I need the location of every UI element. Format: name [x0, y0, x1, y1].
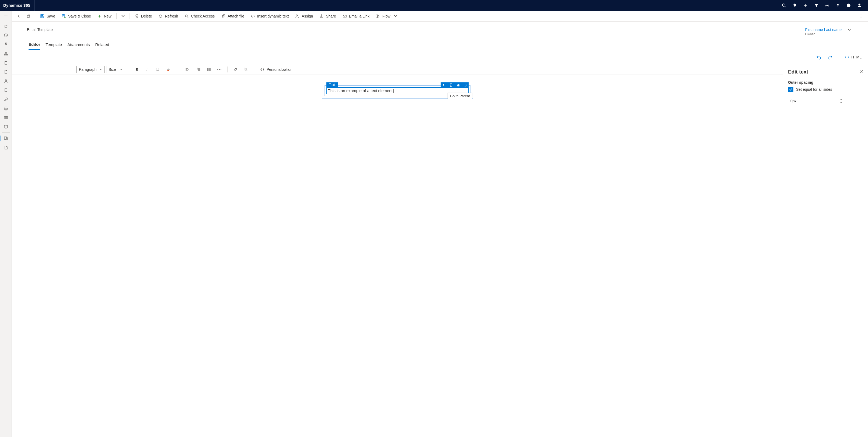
svg-point-10: [859, 4, 860, 5]
svg-rect-16: [4, 54, 5, 55]
size-select[interactable]: Size: [106, 66, 125, 73]
spacing-decrease-icon[interactable]: ▼: [840, 101, 842, 105]
svg-rect-30: [41, 14, 43, 15]
book-icon[interactable]: [0, 122, 12, 131]
svg-point-36: [185, 15, 187, 17]
html-view-button[interactable]: HTML: [843, 54, 863, 60]
set-equal-checkbox[interactable]: [788, 87, 794, 92]
back-button[interactable]: [14, 12, 23, 21]
sitemap-icon[interactable]: [0, 49, 12, 58]
panel-close-icon[interactable]: [859, 70, 863, 74]
properties-panel: Edit text Outer spacing Set equal for al…: [783, 64, 868, 437]
hamburger-icon[interactable]: [0, 12, 12, 22]
print-icon[interactable]: [0, 104, 12, 113]
bold-button[interactable]: B: [133, 66, 142, 73]
column-outline[interactable]: Text This is an example of a text elemen…: [324, 85, 470, 96]
email-link-button[interactable]: Email a Link: [340, 12, 372, 21]
wrench-icon[interactable]: [0, 95, 12, 104]
flow-button[interactable]: Flow: [373, 12, 401, 21]
more-commands-icon[interactable]: [857, 12, 865, 21]
tab-template[interactable]: Template: [45, 42, 62, 50]
text-content[interactable]: This is an example of a text element.: [328, 88, 394, 93]
clipboard-icon[interactable]: [0, 58, 12, 67]
tab-editor[interactable]: Editor: [29, 42, 40, 50]
help-icon[interactable]: [832, 0, 843, 11]
feedback-icon[interactable]: [843, 0, 854, 11]
refresh-button[interactable]: Refresh: [156, 12, 181, 21]
library-icon[interactable]: [0, 113, 12, 122]
element-toolbar: [441, 83, 469, 88]
bookmark-icon[interactable]: [0, 86, 12, 95]
svg-rect-47: [167, 70, 169, 71]
svg-point-20: [5, 80, 6, 81]
text-element[interactable]: Text This is an example of a text elemen…: [327, 87, 469, 94]
element-delete-icon[interactable]: [447, 83, 455, 88]
document-icon[interactable]: [0, 67, 12, 76]
check-access-button[interactable]: Check Access: [182, 12, 217, 21]
delete-button[interactable]: Delete: [132, 12, 155, 21]
home-icon[interactable]: [0, 22, 12, 31]
svg-rect-33: [63, 14, 64, 15]
underline-button[interactable]: U: [153, 66, 162, 73]
save-button[interactable]: Save: [37, 12, 58, 21]
section-outline[interactable]: Text This is an example of a text elemen…: [322, 83, 473, 98]
text-cursor: [394, 89, 394, 93]
page-nav-icon[interactable]: [0, 143, 12, 152]
tab-attachments[interactable]: Attachments: [67, 42, 90, 50]
owner-link[interactable]: First name Last name: [805, 28, 842, 32]
italic-button[interactable]: I: [143, 66, 152, 73]
editor-canvas[interactable]: Text This is an example of a text elemen…: [12, 75, 783, 437]
link-button[interactable]: [231, 66, 240, 73]
svg-text:U: U: [156, 68, 159, 71]
open-new-window-icon[interactable]: [24, 12, 33, 21]
recent-icon[interactable]: [0, 31, 12, 40]
element-move-icon[interactable]: [462, 83, 469, 88]
svg-rect-21: [5, 107, 7, 108]
font-color-button[interactable]: A: [163, 66, 174, 73]
format-toolbar: Paragraph Size B I U A 12 Perso: [12, 64, 783, 75]
svg-point-7: [847, 4, 850, 7]
spacing-increase-icon[interactable]: ▲: [840, 97, 842, 101]
add-icon[interactable]: [800, 0, 811, 11]
spacing-value-field[interactable]: [788, 97, 840, 105]
new-button[interactable]: New: [95, 12, 114, 21]
set-equal-label: Set equal for all sides: [796, 87, 832, 92]
share-button[interactable]: Share: [317, 12, 339, 21]
filter-icon[interactable]: [811, 0, 822, 11]
rail-divider: [2, 132, 10, 133]
unlink-button[interactable]: [242, 66, 250, 73]
element-go-parent-icon[interactable]: [441, 83, 447, 88]
more-format-icon[interactable]: [215, 66, 223, 73]
header-expand-icon[interactable]: [847, 28, 851, 33]
settings-icon[interactable]: [822, 0, 832, 11]
element-duplicate-icon[interactable]: [455, 83, 462, 88]
align-button[interactable]: [182, 66, 193, 73]
form-tabs: Editor Template Attachments Related: [12, 36, 868, 50]
attach-file-button[interactable]: Attach file: [218, 12, 247, 21]
lightbulb-icon[interactable]: [789, 0, 800, 11]
svg-rect-17: [6, 54, 7, 55]
save-close-button[interactable]: Save & Close: [59, 12, 94, 21]
spacing-input[interactable]: ▲ ▼: [788, 97, 825, 105]
tab-related[interactable]: Related: [95, 42, 109, 50]
account-icon[interactable]: [854, 0, 865, 11]
templates-nav-icon[interactable]: [0, 134, 12, 143]
global-nav-bar: Dynamics 365: [0, 0, 868, 11]
person-icon[interactable]: [0, 76, 12, 86]
paragraph-select[interactable]: Paragraph: [76, 66, 104, 73]
numbered-list-button[interactable]: 12: [194, 66, 203, 73]
insert-dynamic-button[interactable]: Insert dynamic text: [248, 12, 292, 21]
svg-text:B: B: [136, 68, 138, 71]
personalization-button[interactable]: Personalization: [258, 66, 294, 73]
search-icon[interactable]: [779, 0, 789, 11]
assign-button[interactable]: Assign: [292, 12, 316, 21]
bullet-list-button[interactable]: [205, 66, 213, 73]
undo-button[interactable]: [814, 53, 823, 61]
owner-label: Owner: [805, 32, 842, 36]
redo-button[interactable]: [826, 53, 834, 61]
svg-point-57: [207, 69, 208, 70]
pinned-icon[interactable]: [0, 40, 12, 49]
element-type-badge: Text: [327, 83, 338, 87]
panel-title: Edit text: [788, 69, 808, 75]
new-dropdown-icon[interactable]: [119, 12, 127, 21]
